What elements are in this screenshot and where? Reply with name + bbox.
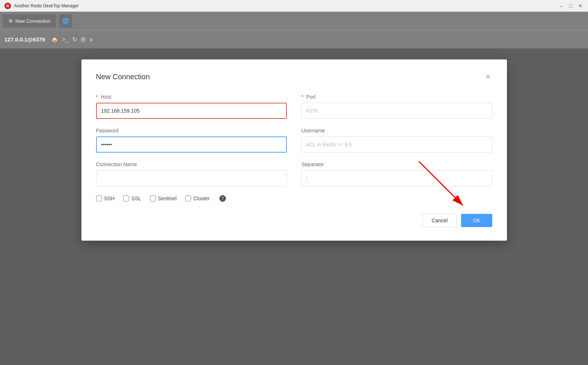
refresh-icon[interactable]: ↻ [72, 36, 77, 43]
new-conn-dot-icon [9, 19, 12, 23]
cluster-checkbox-item[interactable]: Cluster [185, 196, 209, 201]
host-port-row: * Host * Port [96, 94, 492, 119]
app-toolbar: New Connection [0, 12, 588, 30]
modal-close-button[interactable]: ✕ [484, 71, 492, 82]
ssh-checkbox[interactable] [96, 196, 102, 201]
cluster-help-icon[interactable]: ? [219, 195, 226, 202]
password-username-row: Password Username [96, 128, 492, 153]
ssh-label: SSH [104, 196, 115, 201]
terminal-icon[interactable]: >_ [62, 36, 69, 43]
active-connection-name: 127.0.0.1@6379 [4, 36, 45, 43]
maximize-button[interactable]: □ [567, 3, 574, 9]
modal-title: New Connection [96, 73, 150, 81]
grid-icon[interactable]: ⊞ [81, 36, 85, 43]
port-input[interactable] [302, 103, 492, 119]
modal-overlay: New Connection ✕ * Host * Port [0, 48, 588, 365]
port-label-text: Port [306, 94, 316, 100]
sentinel-label: Sentinel [158, 196, 177, 201]
window-controls: – □ ✕ [558, 3, 584, 9]
ssl-checkbox[interactable] [123, 196, 129, 201]
host-required-star: * [96, 94, 98, 100]
connname-separator-row: Connection Name Separator [96, 161, 492, 186]
connection-action-icons: 🏠 >_ ↻ ⊞ ∨ [51, 36, 94, 43]
port-label: * Port [302, 94, 492, 100]
separator-input[interactable] [302, 170, 492, 186]
close-window-button[interactable]: ✕ [577, 3, 584, 9]
new-connection-modal: New Connection ✕ * Host * Port [81, 59, 507, 241]
modal-footer: Cancel OK [96, 213, 492, 227]
modal-header: New Connection ✕ [96, 71, 492, 82]
connection-name-group: Connection Name [96, 161, 287, 186]
connection-name-label: Connection Name [96, 161, 287, 167]
connection-bar: 127.0.0.1@6379 🏠 >_ ↻ ⊞ ∨ [0, 30, 588, 48]
cluster-label: Cluster [193, 196, 209, 201]
ssl-label: SSL [131, 196, 141, 201]
port-required-star: * [302, 94, 303, 100]
new-connection-button[interactable]: New Connection [3, 14, 56, 28]
ssh-checkbox-item[interactable]: SSH [96, 196, 115, 201]
expand-icon[interactable]: ∨ [89, 36, 94, 43]
host-label: * Host [96, 94, 287, 100]
new-connection-label: New Connection [15, 18, 50, 24]
separator-group: Separator [302, 161, 492, 186]
sentinel-checkbox[interactable] [150, 196, 156, 201]
svg-text:R: R [6, 4, 9, 8]
host-group: * Host [96, 94, 287, 119]
host-input[interactable] [96, 103, 287, 119]
sentinel-checkbox-item[interactable]: Sentinel [150, 196, 177, 201]
cluster-checkbox[interactable] [185, 196, 191, 201]
connection-name-input[interactable] [96, 170, 287, 186]
app-title: Another Redis DeskTop Manager [14, 3, 79, 8]
username-group: Username [302, 128, 492, 153]
port-group: * Port [302, 94, 492, 119]
gear-icon [62, 17, 69, 25]
checkboxes-row: SSH SSL Sentinel Cluster ? [96, 195, 492, 202]
password-label: Password [96, 128, 287, 134]
password-group: Password [96, 128, 287, 153]
main-area: New Connection ✕ * Host * Port [0, 48, 588, 365]
separator-label: Separator [302, 161, 492, 167]
username-label: Username [302, 128, 492, 134]
password-input[interactable] [96, 136, 287, 153]
home-icon[interactable]: 🏠 [51, 36, 58, 43]
minimize-button[interactable]: – [558, 3, 565, 9]
host-label-text: Host [101, 94, 112, 100]
title-bar: R Another Redis DeskTop Manager – □ ✕ [0, 0, 588, 12]
settings-button[interactable] [59, 14, 72, 28]
username-input[interactable] [302, 136, 492, 153]
app-logo: R [4, 3, 11, 9]
ok-button[interactable]: OK [461, 214, 492, 227]
cancel-button[interactable]: Cancel [423, 213, 457, 227]
ssl-checkbox-item[interactable]: SSL [123, 196, 141, 201]
